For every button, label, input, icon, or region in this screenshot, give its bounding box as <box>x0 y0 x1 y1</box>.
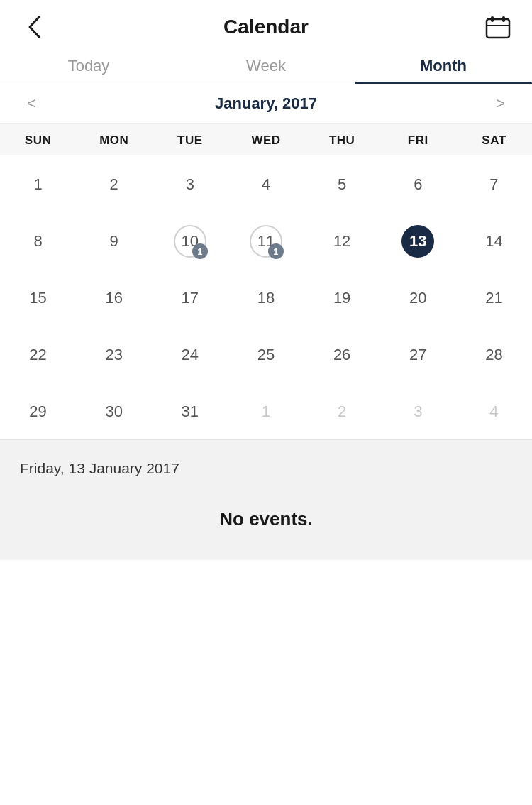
cal-day-number: 111 <box>250 225 282 258</box>
cal-cell-week1-day1[interactable]: 9 <box>76 212 152 269</box>
cal-day-number: 15 <box>22 282 55 314</box>
cal-day-number: 9 <box>98 225 131 258</box>
cal-cell-week4-day4[interactable]: 2 <box>304 383 380 439</box>
cal-day-number: 31 <box>174 395 206 428</box>
cal-day-number: 22 <box>22 339 55 371</box>
cal-day-number: 1 <box>22 168 55 201</box>
tab-bar: Today Week Month <box>0 47 532 84</box>
cal-day-number: 3 <box>401 395 434 428</box>
cal-cell-week2-day0[interactable]: 15 <box>0 269 76 326</box>
cal-cell-week2-day4[interactable]: 19 <box>304 269 380 326</box>
cal-cell-week2-day1[interactable]: 16 <box>76 269 152 326</box>
day-header-fri: FRI <box>380 133 456 148</box>
day-header-sat: SAT <box>456 133 532 148</box>
tab-today[interactable]: Today <box>0 47 177 84</box>
cal-day-number: 26 <box>326 339 358 371</box>
cal-day-number: 8 <box>22 225 55 258</box>
cal-day-number: 25 <box>250 339 282 371</box>
cal-day-number: 20 <box>401 282 434 314</box>
cal-cell-week1-day2[interactable]: 101 <box>152 212 228 269</box>
cal-cell-week1-day5[interactable]: 13 <box>380 212 456 269</box>
cal-day-number: 1 <box>250 395 282 428</box>
cal-cell-week2-day2[interactable]: 17 <box>152 269 228 326</box>
cal-cell-week2-day5[interactable]: 20 <box>380 269 456 326</box>
bottom-panel: Friday, 13 January 2017 No events. <box>0 439 532 560</box>
cal-day-number: 18 <box>250 282 282 314</box>
cal-day-number: 30 <box>98 395 131 428</box>
header: Calendar <box>0 0 532 47</box>
cal-day-number: 2 <box>326 395 358 428</box>
cal-cell-week2-day6[interactable]: 21 <box>456 269 532 326</box>
cal-cell-week3-day5[interactable]: 27 <box>380 326 456 383</box>
cal-day-number: 6 <box>401 168 434 201</box>
event-badge: 1 <box>268 243 284 259</box>
day-header-mon: MON <box>76 133 152 148</box>
cal-cell-week0-day2[interactable]: 3 <box>152 155 228 212</box>
svg-rect-2 <box>502 16 505 22</box>
cal-cell-week1-day3[interactable]: 111 <box>228 212 304 269</box>
prev-month-button[interactable]: < <box>20 94 43 113</box>
cal-cell-week0-day1[interactable]: 2 <box>76 155 152 212</box>
month-title: January, 2017 <box>215 94 317 113</box>
day-headers: SUNMONTUEWEDTHUFRISAT <box>0 124 532 155</box>
cal-cell-week0-day4[interactable]: 5 <box>304 155 380 212</box>
cal-day-number: 29 <box>22 395 55 428</box>
svg-rect-1 <box>491 16 494 22</box>
cal-day-number: 7 <box>477 168 510 201</box>
cal-cell-week4-day6[interactable]: 4 <box>456 383 532 439</box>
day-header-tue: TUE <box>152 133 228 148</box>
cal-day-number: 17 <box>174 282 206 314</box>
cal-day-number: 2 <box>98 168 131 201</box>
cal-cell-week4-day2[interactable]: 31 <box>152 383 228 439</box>
cal-day-number: 21 <box>477 282 510 314</box>
month-nav: < January, 2017 > <box>0 84 532 124</box>
page-title: Calendar <box>48 16 484 38</box>
next-month-button[interactable]: > <box>489 94 512 113</box>
cal-day-number: 19 <box>326 282 358 314</box>
tab-month[interactable]: Month <box>355 47 532 84</box>
cal-day-number: 14 <box>477 225 510 258</box>
cal-cell-week4-day3[interactable]: 1 <box>228 383 304 439</box>
back-button[interactable] <box>20 14 48 40</box>
cal-cell-week3-day1[interactable]: 23 <box>76 326 152 383</box>
cal-cell-week2-day3[interactable]: 18 <box>228 269 304 326</box>
calendar-icon-button[interactable] <box>484 15 512 39</box>
no-events-label: No events. <box>20 494 512 530</box>
cal-day-number: 12 <box>326 225 358 258</box>
cal-cell-week0-day5[interactable]: 6 <box>380 155 456 212</box>
cal-day-number: 3 <box>174 168 206 201</box>
cal-day-number: 4 <box>477 395 510 428</box>
cal-day-number: 4 <box>250 168 282 201</box>
cal-cell-week0-day6[interactable]: 7 <box>456 155 532 212</box>
cal-cell-week4-day5[interactable]: 3 <box>380 383 456 439</box>
cal-day-number: 27 <box>401 339 434 371</box>
cal-cell-week3-day0[interactable]: 22 <box>0 326 76 383</box>
event-badge: 1 <box>192 243 208 259</box>
day-header-wed: WED <box>228 133 304 148</box>
cal-cell-week3-day4[interactable]: 26 <box>304 326 380 383</box>
cal-day-number: 23 <box>98 339 131 371</box>
calendar-grid: 1234567891011111213141516171819202122232… <box>0 155 532 439</box>
cal-cell-week1-day4[interactable]: 12 <box>304 212 380 269</box>
cal-cell-week1-day6[interactable]: 14 <box>456 212 532 269</box>
day-header-thu: THU <box>304 133 380 148</box>
cal-cell-week3-day6[interactable]: 28 <box>456 326 532 383</box>
cal-cell-week3-day2[interactable]: 24 <box>152 326 228 383</box>
cal-cell-week4-day1[interactable]: 30 <box>76 383 152 439</box>
cal-day-number: 5 <box>326 168 358 201</box>
cal-day-number: 24 <box>174 339 206 371</box>
cal-cell-week4-day0[interactable]: 29 <box>0 383 76 439</box>
svg-rect-0 <box>487 19 509 38</box>
cal-day-number: 16 <box>98 282 131 314</box>
cal-day-number: 101 <box>174 225 206 258</box>
cal-cell-week0-day0[interactable]: 1 <box>0 155 76 212</box>
cal-day-number: 28 <box>477 339 510 371</box>
cal-cell-week1-day0[interactable]: 8 <box>0 212 76 269</box>
tab-week[interactable]: Week <box>177 47 355 84</box>
cal-day-number: 13 <box>401 225 434 258</box>
selected-date: Friday, 13 January 2017 <box>20 460 512 477</box>
cal-cell-week3-day3[interactable]: 25 <box>228 326 304 383</box>
day-header-sun: SUN <box>0 133 76 148</box>
cal-cell-week0-day3[interactable]: 4 <box>228 155 304 212</box>
